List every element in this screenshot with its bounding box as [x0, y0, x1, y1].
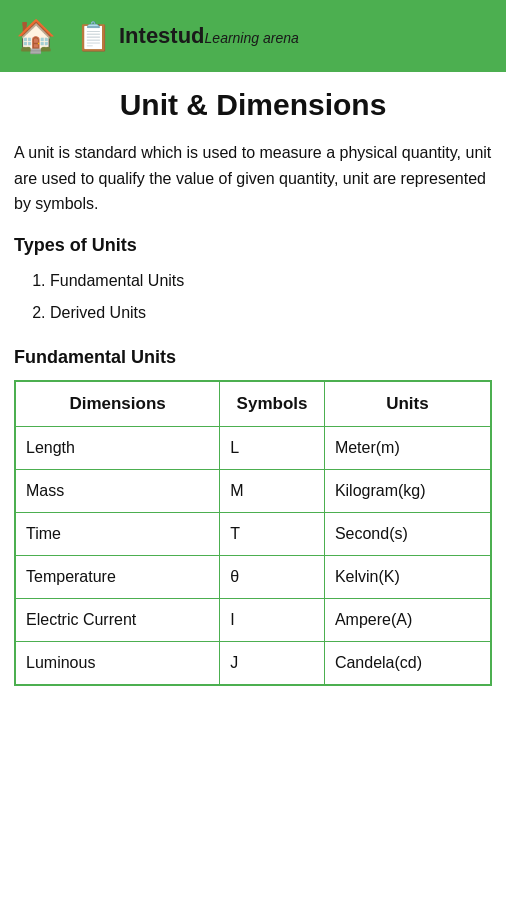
table-cell: Meter(m): [324, 426, 491, 469]
logo-italic: Learning arena: [205, 30, 299, 46]
table-row: MassMKilogram(kg): [15, 469, 491, 512]
table-cell: Mass: [15, 469, 220, 512]
table-cell: T: [220, 512, 325, 555]
page-title: Unit & Dimensions: [14, 88, 492, 122]
table-row: TimeTSecond(s): [15, 512, 491, 555]
table-cell: θ: [220, 555, 325, 598]
dimensions-table: Dimensions Symbols Units LengthLMeter(m)…: [14, 380, 492, 686]
app-header: 🏠 📋 IntestudLearning arena: [0, 0, 506, 72]
table-cell: Second(s): [324, 512, 491, 555]
table-cell: Time: [15, 512, 220, 555]
col-header-units: Units: [324, 381, 491, 427]
main-content: Unit & Dimensions A unit is standard whi…: [0, 72, 506, 710]
logo-text-area: IntestudLearning arena: [119, 23, 299, 49]
table-row: LuminousJCandela(cd): [15, 641, 491, 685]
table-cell: Kelvin(K): [324, 555, 491, 598]
table-cell: Kilogram(kg): [324, 469, 491, 512]
table-cell: Length: [15, 426, 220, 469]
units-list: Fundamental Units Derived Units: [14, 266, 492, 329]
logo-bold: Intestud: [119, 23, 205, 48]
col-header-dimensions: Dimensions: [15, 381, 220, 427]
table-header-row: Dimensions Symbols Units: [15, 381, 491, 427]
list-item: Derived Units: [50, 298, 492, 328]
table-cell: J: [220, 641, 325, 685]
home-icon[interactable]: 🏠: [16, 17, 56, 55]
logo-area: 📋 IntestudLearning arena: [76, 20, 299, 53]
intro-text: A unit is standard which is used to meas…: [14, 140, 492, 217]
list-item: Fundamental Units: [50, 266, 492, 296]
table-cell: Electric Current: [15, 598, 220, 641]
logo-icon: 📋: [76, 20, 111, 53]
table-cell: I: [220, 598, 325, 641]
col-header-symbols: Symbols: [220, 381, 325, 427]
table-cell: Temperature: [15, 555, 220, 598]
table-cell: M: [220, 469, 325, 512]
logo-text: IntestudLearning arena: [119, 23, 299, 48]
table-row: LengthLMeter(m): [15, 426, 491, 469]
table-row: Electric CurrentIAmpere(A): [15, 598, 491, 641]
table-cell: Luminous: [15, 641, 220, 685]
table-cell: Candela(cd): [324, 641, 491, 685]
types-heading: Types of Units: [14, 235, 492, 256]
table-row: TemperatureθKelvin(K): [15, 555, 491, 598]
fundamental-heading: Fundamental Units: [14, 347, 492, 368]
table-cell: Ampere(A): [324, 598, 491, 641]
table-cell: L: [220, 426, 325, 469]
